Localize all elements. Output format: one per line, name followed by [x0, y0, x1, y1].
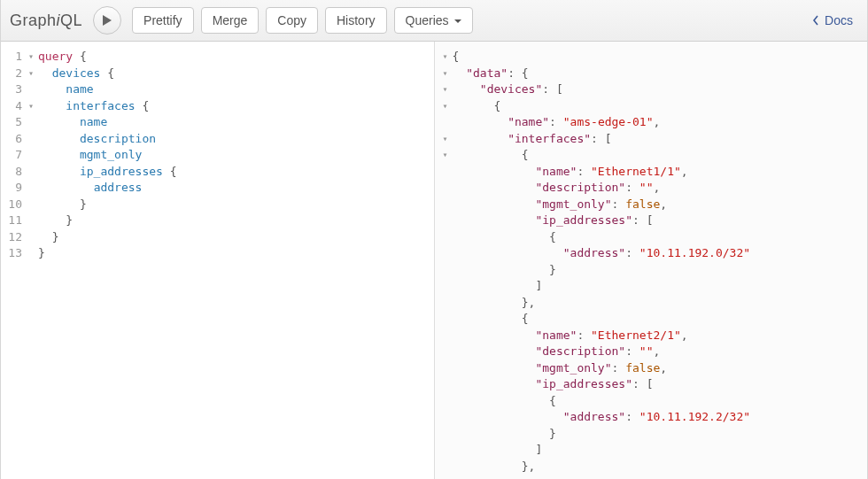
code-line: "address": "10.11.192.0/32" — [440, 245, 868, 262]
fold-gutter — [26, 245, 36, 262]
code-line: 4▾ interfaces { — [6, 98, 434, 115]
line-number: 6 — [6, 131, 26, 148]
code-line: ▾ "devices": [ — [440, 81, 868, 98]
code-content: interfaces { — [36, 98, 149, 115]
fold-gutter — [26, 197, 36, 213]
code-content: { — [451, 229, 556, 246]
result-viewer[interactable]: ▾{▾ "data": {▾ "devices": [▾ { "name": "… — [435, 42, 868, 479]
line-number: 12 — [6, 229, 26, 246]
queries-dropdown[interactable]: Queries — [394, 7, 473, 34]
prettify-button[interactable]: Prettify — [132, 7, 194, 34]
code-content: ip_addresses { — [36, 164, 177, 181]
code-content: "description": "", — [451, 344, 661, 360]
fold-toggle-icon[interactable]: ▾ — [440, 131, 451, 148]
chevron-left-icon — [812, 15, 819, 26]
code-content: "interfaces": [ — [451, 131, 612, 148]
copy-button[interactable]: Copy — [266, 7, 318, 34]
toolbar: GraphiQL Prettify Merge Copy History Que… — [1, 0, 867, 42]
code-line: 10 } — [6, 197, 434, 213]
code-line: 7 mgmt_only — [6, 147, 434, 164]
fold-toggle-icon[interactable]: ▾ — [26, 98, 36, 115]
docs-button[interactable]: Docs — [807, 13, 858, 27]
code-content: "name": "Ethernet1/1", — [451, 164, 688, 181]
fold-toggle-icon[interactable]: ▾ — [440, 81, 451, 98]
fold-gutter — [440, 262, 451, 279]
fold-gutter — [440, 311, 451, 328]
line-number: 13 — [6, 245, 26, 262]
fold-gutter — [440, 197, 451, 213]
fold-toggle-icon[interactable]: ▾ — [440, 66, 451, 82]
code-line: 6 description — [6, 131, 434, 148]
code-line: { — [440, 229, 868, 246]
fold-gutter — [26, 131, 36, 148]
graphiql-app: GraphiQL Prettify Merge Copy History Que… — [0, 0, 868, 479]
fold-gutter — [440, 459, 451, 475]
fold-toggle-icon[interactable]: ▾ — [26, 66, 36, 82]
fold-gutter — [26, 229, 36, 246]
execute-button[interactable] — [93, 6, 121, 35]
fold-gutter — [440, 278, 451, 295]
code-line: 1▾query { — [6, 49, 434, 66]
code-line: "mgmt_only": false, — [440, 360, 868, 377]
code-content: mgmt_only — [36, 147, 142, 164]
editor-body: 1▾query {2▾ devices {3 name4▾ interfaces… — [1, 42, 867, 479]
code-content: "name": "ams-edge-01", — [451, 114, 661, 131]
code-content: name — [36, 114, 107, 131]
code-line: ▾ { — [440, 147, 868, 164]
code-content: query { — [36, 49, 87, 66]
caret-down-icon — [454, 19, 461, 23]
code-line: ] — [440, 278, 868, 295]
query-editor[interactable]: 1▾query {2▾ devices {3 name4▾ interfaces… — [1, 42, 435, 479]
code-line: ▾ "data": { — [440, 66, 868, 82]
line-number: 10 — [6, 197, 26, 213]
code-content: "data": { — [451, 66, 529, 82]
fold-gutter — [440, 245, 451, 262]
code-content: } — [36, 229, 58, 246]
fold-gutter — [440, 360, 451, 377]
code-line: ▾{ — [440, 49, 868, 66]
line-number: 9 — [6, 180, 26, 197]
code-content: "ip_addresses": [ — [451, 212, 654, 229]
code-content: "devices": [ — [451, 81, 563, 98]
code-content: } — [36, 197, 87, 213]
code-content: }, — [451, 459, 536, 475]
fold-toggle-icon[interactable]: ▾ — [440, 147, 451, 164]
code-line: }, — [440, 459, 868, 475]
fold-gutter — [440, 376, 451, 393]
history-button[interactable]: History — [325, 7, 387, 34]
line-number: 1 — [6, 49, 26, 66]
code-content: { — [451, 311, 529, 328]
code-content: "address": "10.11.192.2/32" — [451, 409, 751, 426]
code-content: "ip_addresses": [ — [451, 376, 654, 393]
fold-gutter — [26, 147, 36, 164]
code-line: ] — [440, 442, 868, 459]
code-content: "address": "10.11.192.0/32" — [451, 245, 751, 262]
code-content: ] — [451, 442, 543, 459]
code-line: }, — [440, 295, 868, 312]
line-number: 3 — [6, 81, 26, 98]
fold-gutter — [26, 81, 36, 98]
code-line: "address": "10.11.192.2/32" — [440, 409, 868, 426]
code-content: } — [36, 212, 73, 229]
fold-toggle-icon[interactable]: ▾ — [26, 49, 36, 66]
code-line: 2▾ devices { — [6, 66, 434, 82]
code-line: 3 name — [6, 81, 434, 98]
fold-gutter — [440, 295, 451, 312]
code-line: "name": "Ethernet1/1", — [440, 164, 868, 181]
line-number: 4 — [6, 98, 26, 115]
fold-toggle-icon[interactable]: ▾ — [440, 49, 451, 66]
code-line: { — [440, 393, 868, 410]
code-line: } — [440, 262, 868, 279]
merge-button[interactable]: Merge — [201, 7, 260, 34]
fold-gutter — [440, 344, 451, 360]
fold-toggle-icon[interactable]: ▾ — [440, 98, 451, 115]
fold-gutter — [26, 114, 36, 131]
code-line: 8 ip_addresses { — [6, 164, 434, 181]
fold-gutter — [26, 212, 36, 229]
app-logo: GraphiQL — [10, 12, 82, 30]
code-line: { — [440, 311, 868, 328]
code-content: name — [36, 81, 94, 98]
code-line: 9 address — [6, 180, 434, 197]
code-line: 5 name — [6, 114, 434, 131]
code-content: }, — [451, 295, 536, 312]
